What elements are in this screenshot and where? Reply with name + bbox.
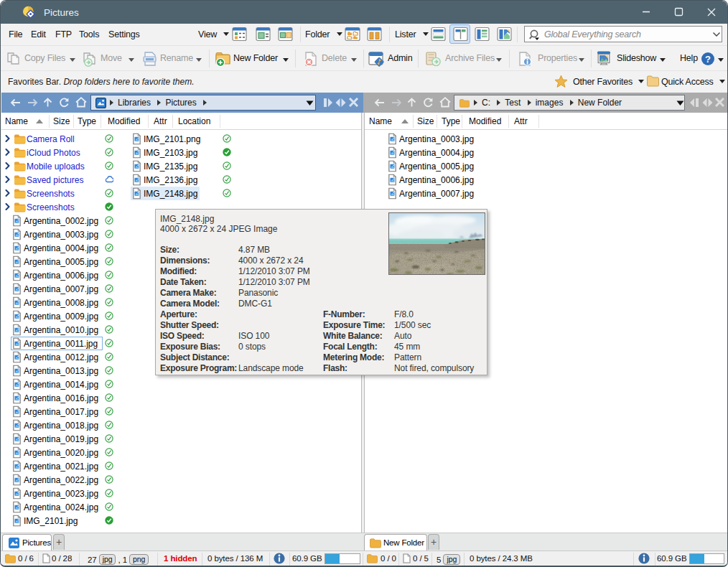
svg-text:?: ?	[705, 54, 711, 65]
